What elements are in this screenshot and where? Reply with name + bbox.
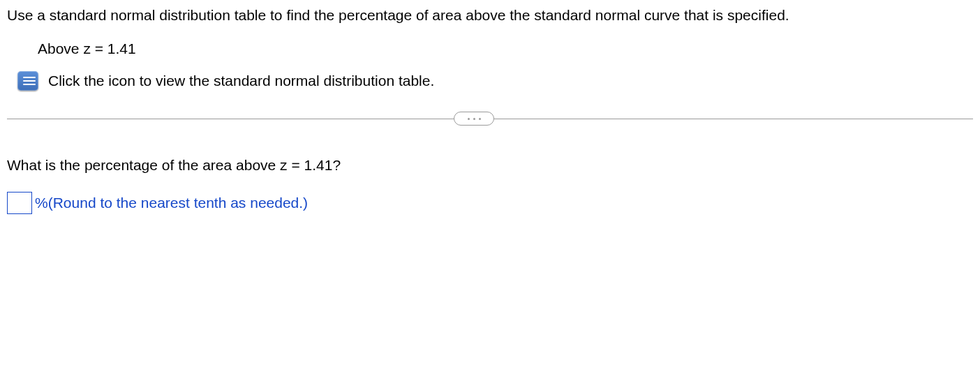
unit-label: % bbox=[35, 195, 48, 211]
answer-row: % (Round to the nearest tenth as needed.… bbox=[7, 192, 973, 214]
section-divider bbox=[7, 112, 973, 126]
table-icon[interactable] bbox=[17, 71, 38, 91]
problem-condition: Above z = 1.41 bbox=[7, 40, 973, 57]
problem-statement: Use a standard normal distribution table… bbox=[7, 6, 973, 25]
expand-pill[interactable] bbox=[454, 112, 494, 126]
answer-input[interactable] bbox=[7, 192, 32, 214]
rounding-hint: (Round to the nearest tenth as needed.) bbox=[48, 195, 308, 211]
question-prompt: What is the percentage of the area above… bbox=[7, 157, 973, 174]
table-icon-row: Click the icon to view the standard norm… bbox=[7, 71, 973, 91]
icon-hint-text: Click the icon to view the standard norm… bbox=[48, 73, 434, 89]
